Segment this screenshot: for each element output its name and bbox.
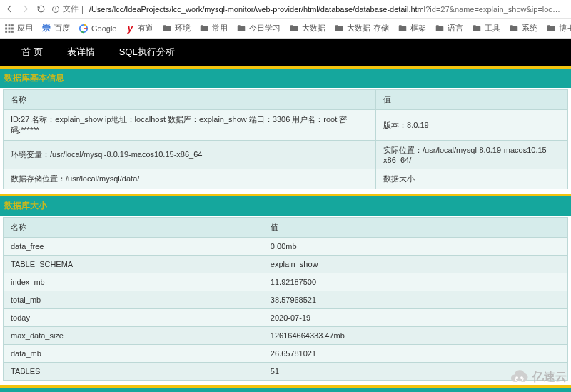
table-cell: ID:27 名称：explain_show ip地址：localhost 数据库…	[4, 110, 376, 141]
section-encoding-title: 编码信息	[0, 385, 571, 392]
google-icon	[79, 24, 89, 34]
table-cell: 环境变量：/usr/local/mysql-8.0.19-macos10.15-…	[4, 141, 376, 169]
svg-rect-6	[5, 27, 7, 29]
bookmark-label: 工具	[485, 23, 500, 34]
reload-button[interactable]	[36, 4, 46, 14]
url-scheme-icon: 文件 |	[51, 4, 84, 14]
folder-icon	[199, 24, 209, 34]
bookmark-item[interactable]: 系统	[509, 23, 537, 34]
table-cell: TABLES	[4, 363, 263, 381]
bookmark-item[interactable]: 应用	[4, 23, 33, 34]
baidu-icon: 崇	[41, 22, 51, 34]
bookmark-item[interactable]: 今日学习	[236, 23, 281, 34]
bookmark-label: 语言	[448, 23, 463, 34]
svg-rect-9	[5, 30, 7, 32]
nav-home[interactable]: 首 页	[21, 46, 43, 59]
table-row: 数据存储位置：/usr/local/mysql/data/数据大小	[4, 169, 568, 189]
folder-icon	[289, 24, 299, 34]
table-size: 名称 值 data_free0.00mbTABLE_SCHEMAexplain_…	[3, 217, 568, 381]
folder-icon	[435, 24, 445, 34]
folder-icon	[162, 24, 172, 34]
bookmark-item[interactable]: 工具	[472, 23, 500, 34]
bookmark-item[interactable]: 大数据	[289, 23, 325, 34]
svg-rect-7	[9, 27, 11, 29]
svg-rect-3	[5, 24, 7, 26]
cloud-icon	[507, 369, 531, 385]
table-basic: 名称 值 ID:27 名称：explain_show ip地址：localhos…	[3, 89, 568, 189]
folder-icon	[546, 24, 556, 34]
table-row: today2020-07-19	[4, 309, 568, 327]
table-cell: 版本：8.0.19	[376, 110, 568, 141]
section-basic-title: 数据库基本信息	[0, 66, 571, 88]
svg-rect-11	[11, 30, 14, 32]
col-name: 名称	[4, 218, 263, 238]
col-name: 名称	[4, 90, 376, 110]
folder-icon	[509, 24, 519, 34]
url-label: 文件	[63, 4, 79, 14]
section-size-title: 数据库大小	[0, 194, 571, 216]
bookmark-label: 大数据-存储	[347, 23, 389, 34]
bookmark-item[interactable]: 大数据-存储	[334, 23, 389, 34]
svg-point-13	[515, 376, 518, 379]
table-cell: data_mb	[4, 345, 263, 363]
svg-point-2	[55, 10, 56, 11]
bookmark-item[interactable]: 语言	[435, 23, 463, 34]
section-basic: 数据库基本信息 名称 值 ID:27 名称：explain_show ip地址：…	[0, 66, 571, 194]
table-cell: 11.92187500	[263, 273, 567, 291]
folder-icon	[236, 24, 246, 34]
table-cell: 38.57968521	[263, 291, 567, 309]
table-cell: 实际位置：/usr/local/mysql-8.0.19-macos10.15-…	[376, 141, 568, 169]
bookmark-label: 应用	[17, 23, 33, 34]
bookmark-label: 今日学习	[249, 23, 281, 34]
col-value: 值	[376, 90, 568, 110]
section-encoding: 编码信息 名称 值 character_set_databaseutf8char…	[0, 385, 571, 392]
table-row: ID:27 名称：explain_show ip地址：localhost 数据库…	[4, 110, 568, 141]
folder-icon	[334, 24, 344, 34]
bookmark-item[interactable]: y有道	[125, 23, 153, 34]
table-cell: explain_show	[263, 256, 567, 273]
bookmark-label: 百度	[54, 23, 70, 34]
table-cell: index_mb	[4, 273, 263, 291]
table-cell: today	[4, 309, 263, 327]
nav-tables[interactable]: 表详情	[67, 46, 95, 59]
col-value: 值	[263, 218, 567, 238]
apps-icon	[4, 24, 14, 34]
svg-rect-10	[9, 30, 11, 32]
bookmark-label: Google	[91, 24, 116, 33]
forward-button[interactable]	[20, 4, 30, 14]
svg-rect-4	[9, 24, 11, 26]
table-row: max_data_size126164664333.47mb	[4, 327, 568, 345]
svg-rect-8	[11, 27, 14, 29]
bookmark-item[interactable]: 崇百度	[41, 22, 70, 34]
table-row: TABLES51	[4, 363, 568, 381]
url-bar[interactable]: /Users/lcc/IdeaProjects/lcc_work/mysql-m…	[89, 5, 567, 14]
table-cell: data_free	[4, 238, 263, 256]
bookmark-item[interactable]: 常用	[199, 23, 228, 34]
table-cell: 数据大小	[376, 169, 568, 189]
table-row: total_mb38.57968521	[4, 291, 568, 309]
table-row: 环境变量：/usr/local/mysql-8.0.19-macos10.15-…	[4, 141, 568, 169]
section-size: 数据库大小 名称 值 data_free0.00mbTABLE_SCHEMAex…	[0, 194, 571, 385]
folder-icon	[472, 24, 482, 34]
table-cell: max_data_size	[4, 327, 263, 345]
bookmark-item[interactable]: 框架	[398, 23, 426, 34]
bookmark-label: 有道	[138, 23, 153, 34]
table-cell: 0.00mb	[263, 238, 567, 256]
table-cell: 26.65781021	[263, 345, 567, 363]
table-row: TABLE_SCHEMAexplain_show	[4, 256, 568, 273]
table-cell: 数据存储位置：/usr/local/mysql/data/	[4, 169, 376, 189]
svg-point-14	[520, 376, 523, 379]
bookmark-item[interactable]: 环境	[162, 23, 191, 34]
bookmark-label: 大数据	[302, 23, 325, 34]
bookmark-label: 系统	[522, 23, 537, 34]
page-nav: 首 页 表详情 SQL执行分析	[0, 39, 571, 66]
bookmark-item[interactable]: 博主	[546, 23, 571, 34]
back-button[interactable]	[4, 4, 14, 14]
bookmark-label: 环境	[175, 23, 191, 34]
svg-rect-5	[11, 24, 14, 26]
nav-sql[interactable]: SQL执行分析	[119, 46, 175, 59]
bookmarks-bar: 应用崇百度Googley有道环境常用今日学习大数据大数据-存储框架语言工具系统博…	[0, 19, 571, 39]
url-host: /Users/lcc/IdeaProjects/lcc_work/mysql-m…	[89, 5, 425, 14]
bookmark-label: 博主	[559, 23, 571, 34]
bookmark-item[interactable]: Google	[79, 24, 116, 34]
